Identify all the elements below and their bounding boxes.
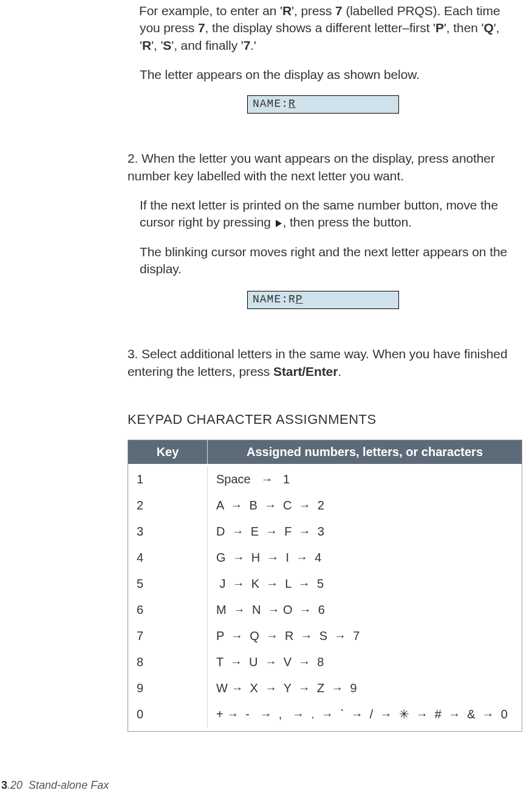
table-row: 1Space → 1 [128,466,522,492]
step-3: 3. Select additional letters in the same… [128,346,519,380]
step-2-detail-2: The blinking cursor moves right and the … [140,243,519,278]
lcd-display-1: NAME:R [247,95,399,114]
intro-paragraph-2: The letter appears on the display as sho… [140,66,519,83]
table-row: 8T → U → V → 8 [128,649,522,675]
lcd-display-2: NAME:RP [247,291,399,309]
intro-paragraph-1: For example, to enter an 'R', press 7 (l… [140,2,519,54]
step-2: 2. When the letter you want appears on t… [128,150,519,185]
keypad-table: Key Assigned numbers, letters, or charac… [128,440,522,732]
step-2-detail-1: If the next letter is printed on the sam… [140,197,519,231]
table-row: 6M → N → O → 6 [128,597,522,623]
table-header-chars: Assigned numbers, letters, or characters [208,440,522,464]
table-row: 9W → X → Y → Z → 9 [128,675,522,701]
table-row: 0+ → - → , → . → ` → / → ✳ → # → & → 0 [128,701,522,727]
table-row: 4G → H → I → 4 [128,545,522,571]
page-footer: 3.20 Stand-alone Fax [1,778,109,792]
table-row: 2A → B → C → 2 [128,492,522,519]
table-row: 5 J → K → L → 5 [128,571,522,597]
table-row: 7P → Q → R → S → 7 [128,623,522,649]
right-arrow-icon [276,220,282,227]
keypad-heading: KEYPAD CHARACTER ASSIGNMENTS [128,410,519,429]
table-row: 3D → E → F → 3 [128,519,522,545]
table-header-key: Key [128,440,208,464]
